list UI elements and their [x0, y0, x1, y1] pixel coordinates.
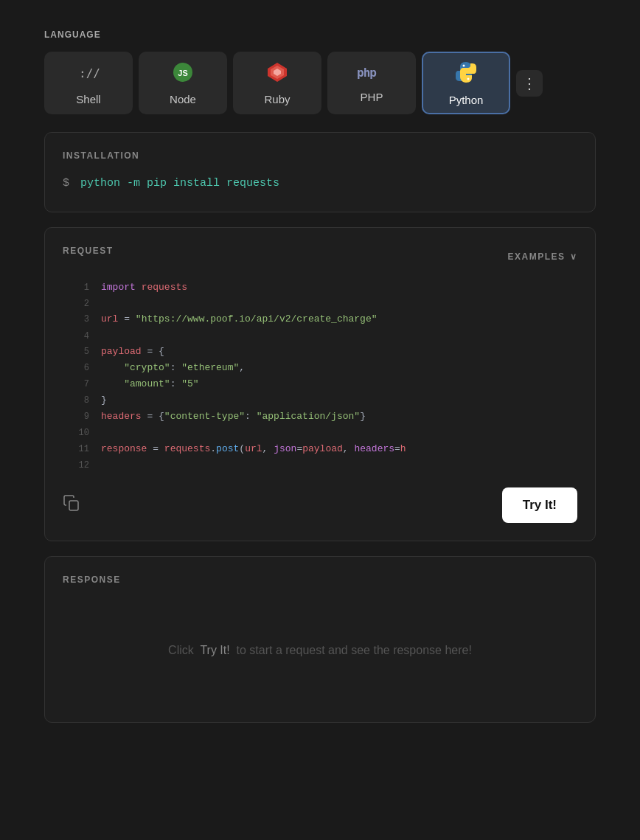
- response-placeholder-text: Click Try It! to start a request and see…: [168, 644, 472, 656]
- tab-shell-label: Shell: [76, 93, 100, 105]
- installation-panel: INSTALLATION $ python -m pip install req…: [44, 132, 596, 212]
- code-actions: Try It!: [63, 487, 577, 523]
- svg-point-7: [463, 64, 465, 66]
- svg-point-8: [467, 77, 470, 80]
- line-number: 10: [63, 425, 89, 440]
- svg-text:://: ://: [79, 66, 100, 80]
- code-content: "amount": "5": [101, 376, 199, 392]
- line-number: 9: [63, 409, 89, 424]
- code-content: headers = {"content-type": "application/…: [101, 409, 366, 425]
- chevron-down-icon: ∨: [570, 251, 578, 262]
- code-line-5: 5 payload = {: [63, 344, 577, 360]
- code-line-3: 3 url = "https://www.poof.io/api/v2/crea…: [63, 311, 577, 327]
- code-block: 1 import requests 2 3 url = "https://www…: [63, 280, 577, 473]
- code-line-4: 4: [63, 328, 577, 344]
- installation-label: INSTALLATION: [63, 150, 577, 161]
- install-command-text: python -m pip install requests: [80, 177, 279, 190]
- code-content: payload = {: [101, 344, 164, 360]
- request-label: REQUEST: [63, 246, 114, 256]
- request-panel: REQUEST EXAMPLES ∨ 1 import requests 2 3…: [44, 227, 596, 541]
- try-it-button[interactable]: Try It!: [502, 487, 577, 523]
- language-section: LANGUAGE :// Shell JS Node: [44, 29, 596, 114]
- installation-command: $ python -m pip install requests: [63, 173, 577, 194]
- code-line-6: 6 "crypto": "ethereum",: [63, 360, 577, 376]
- node-icon: JS: [172, 61, 194, 87]
- line-number: 3: [63, 311, 89, 327]
- code-content: import requests: [101, 280, 187, 296]
- code-line-10: 10: [63, 425, 577, 440]
- tab-node-label: Node: [170, 93, 196, 105]
- response-label: RESPONSE: [63, 575, 577, 585]
- more-tabs-button[interactable]: ⋮: [516, 70, 543, 97]
- svg-rect-9: [69, 501, 78, 510]
- code-line-7: 7 "amount": "5": [63, 376, 577, 392]
- ruby-icon: [266, 61, 288, 87]
- line-number: 8: [63, 392, 89, 408]
- tab-node[interactable]: JS Node: [139, 52, 227, 114]
- code-line-1: 1 import requests: [63, 280, 577, 296]
- request-header: REQUEST EXAMPLES ∨: [63, 246, 577, 268]
- code-content: }: [101, 392, 107, 409]
- code-content: response = requests.post(url, json=paylo…: [101, 441, 406, 457]
- line-number: 6: [63, 360, 89, 375]
- response-placeholder: Click Try It! to start a request and see…: [63, 597, 577, 704]
- language-label: LANGUAGE: [44, 29, 596, 40]
- svg-text:JS: JS: [178, 69, 187, 77]
- line-number: 4: [63, 328, 89, 344]
- code-line-11: 11 response = requests.post(url, json=pa…: [63, 441, 577, 457]
- tab-python[interactable]: Python: [422, 52, 510, 114]
- response-panel: RESPONSE Click Try It! to start a reques…: [44, 556, 596, 723]
- line-number: 2: [63, 296, 89, 311]
- code-line-12: 12: [63, 457, 577, 473]
- code-line-8: 8 }: [63, 392, 577, 409]
- tab-ruby[interactable]: Ruby: [233, 52, 321, 114]
- line-number: 5: [63, 344, 89, 359]
- code-content: url = "https://www.poof.io/api/v2/create…: [101, 311, 378, 327]
- line-number: 11: [63, 441, 89, 457]
- dollar-sign: $: [63, 177, 69, 190]
- more-tabs-icon: ⋮: [522, 74, 538, 92]
- language-tabs: :// Shell JS Node: [44, 52, 596, 114]
- python-icon: [454, 60, 478, 88]
- tab-python-label: Python: [449, 94, 484, 106]
- line-number: 12: [63, 457, 89, 473]
- copy-icon: [63, 497, 80, 516]
- svg-text:php: php: [357, 66, 376, 80]
- shell-icon: ://: [77, 61, 100, 87]
- tab-php-label: PHP: [361, 91, 383, 103]
- code-line-2: 2: [63, 296, 577, 311]
- tab-ruby-label: Ruby: [264, 93, 290, 105]
- code-line-9: 9 headers = {"content-type": "applicatio…: [63, 409, 577, 425]
- line-number: 1: [63, 280, 89, 295]
- copy-button[interactable]: [63, 494, 80, 516]
- examples-label: EXAMPLES: [507, 251, 565, 262]
- tab-shell[interactable]: :// Shell: [44, 52, 133, 114]
- code-content: "crypto": "ethereum",: [101, 360, 245, 376]
- line-number: 7: [63, 376, 89, 392]
- php-icon: php: [355, 63, 388, 85]
- examples-button[interactable]: EXAMPLES ∨: [507, 251, 577, 262]
- tab-php[interactable]: php PHP: [327, 52, 416, 114]
